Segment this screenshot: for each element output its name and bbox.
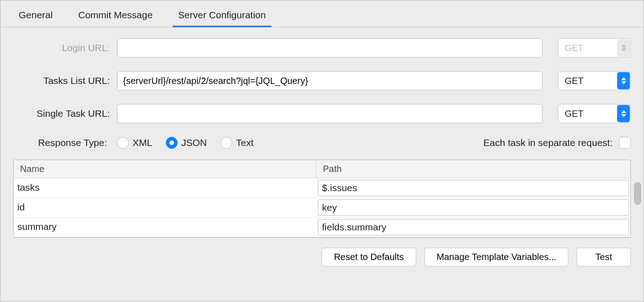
response-type-label: Response Type: xyxy=(13,137,117,148)
th-name[interactable]: Name xyxy=(14,160,317,178)
cell-path[interactable]: $.issues xyxy=(317,178,630,198)
single-task-url-label: Single Task URL: xyxy=(13,108,117,119)
table-row[interactable]: tasks $.issues xyxy=(14,178,630,198)
cell-name: id xyxy=(14,198,317,217)
table-row[interactable]: id key xyxy=(14,198,630,218)
tab-server-configuration[interactable]: Server Configuration xyxy=(176,7,268,27)
login-url-label: Login URL: xyxy=(13,42,117,53)
tabs: General Commit Message Server Configurat… xyxy=(0,0,644,27)
tab-general[interactable]: General xyxy=(17,7,55,27)
response-type-group: XML JSON Text xyxy=(117,137,254,149)
row-login-url: Login URL: GET xyxy=(13,38,631,57)
tab-commit-message[interactable]: Commit Message xyxy=(77,7,154,27)
radio-xml-label: XML xyxy=(133,137,152,148)
selectors-table: Name Path tasks $.issues id key summary … xyxy=(13,160,631,238)
chevron-updown-icon[interactable] xyxy=(617,105,630,122)
reset-to-defaults-button[interactable]: Reset to Defaults xyxy=(322,248,416,266)
manage-template-variables-button[interactable]: Manage Template Variables... xyxy=(424,248,569,266)
row-response-type: Response Type: XML JSON Text Each task i… xyxy=(13,137,631,149)
radio-json-label: JSON xyxy=(181,137,207,148)
cell-name: summary xyxy=(14,218,317,237)
chevron-updown-icon[interactable] xyxy=(617,72,630,89)
cell-path[interactable]: key xyxy=(317,198,630,217)
th-path[interactable]: Path xyxy=(317,160,630,178)
separate-request-checkbox[interactable] xyxy=(619,137,631,149)
cell-path[interactable]: fields.summary xyxy=(317,218,630,237)
tasks-list-url-method-select[interactable]: GET xyxy=(558,71,631,90)
tasks-list-url-label: Tasks List URL: xyxy=(13,75,117,86)
chevron-updown-icon xyxy=(617,39,630,57)
separate-request-label: Each task in separate request: xyxy=(483,137,613,148)
radio-icon xyxy=(220,137,232,149)
table-header: Name Path xyxy=(14,160,630,178)
row-single-task-url: Single Task URL: GET xyxy=(13,104,631,123)
scrollbar[interactable] xyxy=(634,182,641,205)
button-row: Reset to Defaults Manage Template Variab… xyxy=(0,238,644,276)
tasks-list-url-input[interactable] xyxy=(117,71,542,90)
cell-name: tasks xyxy=(14,178,317,198)
test-button[interactable]: Test xyxy=(577,248,631,266)
radio-text[interactable]: Text xyxy=(220,137,254,149)
radio-icon xyxy=(166,137,178,149)
login-url-method-select: GET xyxy=(558,38,631,57)
radio-icon xyxy=(117,137,129,149)
form: Login URL: GET Tasks List URL: GET Singl… xyxy=(0,27,644,149)
table-row[interactable]: summary fields.summary xyxy=(14,218,630,237)
radio-json[interactable]: JSON xyxy=(166,137,207,149)
single-task-url-input[interactable] xyxy=(117,104,542,123)
login-url-input xyxy=(117,38,542,57)
radio-xml[interactable]: XML xyxy=(117,137,152,149)
row-tasks-list-url: Tasks List URL: GET xyxy=(13,71,631,90)
single-task-url-method-select[interactable]: GET xyxy=(558,104,631,123)
radio-text-label: Text xyxy=(236,137,254,148)
